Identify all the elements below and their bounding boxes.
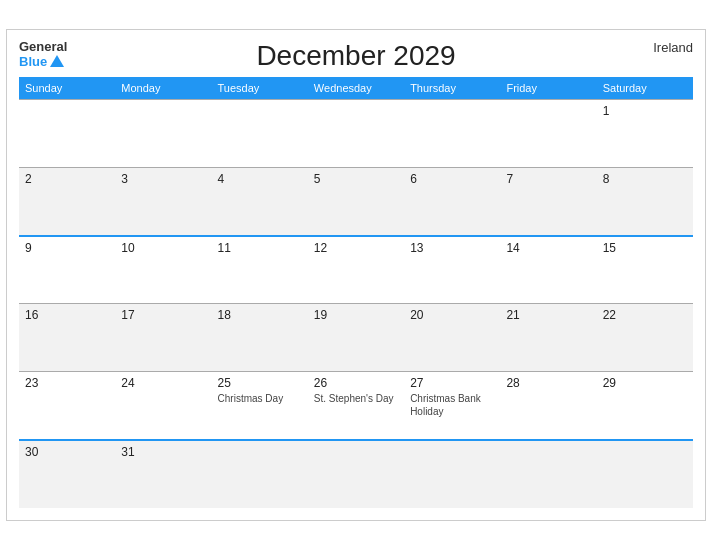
day-cell: 7 — [500, 168, 596, 236]
holiday-label: Christmas Bank Holiday — [410, 392, 494, 418]
day-number: 9 — [25, 241, 109, 255]
day-number: 30 — [25, 445, 109, 459]
day-number: 12 — [314, 241, 398, 255]
logo-triangle-icon — [50, 55, 64, 67]
day-cell: 21 — [500, 304, 596, 372]
day-number: 1 — [603, 104, 687, 118]
day-number: 2 — [25, 172, 109, 186]
day-number: 28 — [506, 376, 590, 390]
day-number: 20 — [410, 308, 494, 322]
holiday-label: Christmas Day — [218, 392, 302, 405]
holiday-label: St. Stephen's Day — [314, 392, 398, 405]
day-number: 23 — [25, 376, 109, 390]
day-number: 3 — [121, 172, 205, 186]
day-cell: 6 — [404, 168, 500, 236]
day-cell — [19, 100, 115, 168]
day-cell: 5 — [308, 168, 404, 236]
week-row-4: 232425Christmas Day26St. Stephen's Day27… — [19, 372, 693, 440]
day-number: 14 — [506, 241, 590, 255]
day-cell: 20 — [404, 304, 500, 372]
day-cell — [212, 100, 308, 168]
day-number: 27 — [410, 376, 494, 390]
day-cell: 23 — [19, 372, 115, 440]
day-cell — [500, 100, 596, 168]
week-row-3: 16171819202122 — [19, 304, 693, 372]
day-cell: 10 — [115, 236, 211, 304]
day-number: 5 — [314, 172, 398, 186]
col-friday: Friday — [500, 77, 596, 100]
logo-general-text: General — [19, 40, 67, 54]
day-number: 31 — [121, 445, 205, 459]
day-cell — [597, 440, 693, 508]
day-cell — [500, 440, 596, 508]
day-number: 16 — [25, 308, 109, 322]
col-wednesday: Wednesday — [308, 77, 404, 100]
logo-area: General Blue — [19, 40, 119, 69]
day-cell: 27Christmas Bank Holiday — [404, 372, 500, 440]
day-cell: 8 — [597, 168, 693, 236]
day-cell — [115, 100, 211, 168]
calendar-header: General Blue December 2029 Ireland — [19, 40, 693, 69]
day-cell: 22 — [597, 304, 693, 372]
day-number: 29 — [603, 376, 687, 390]
day-number: 24 — [121, 376, 205, 390]
day-cell: 15 — [597, 236, 693, 304]
day-cell — [404, 100, 500, 168]
day-cell: 30 — [19, 440, 115, 508]
day-cell: 18 — [212, 304, 308, 372]
day-cell: 26St. Stephen's Day — [308, 372, 404, 440]
col-saturday: Saturday — [597, 77, 693, 100]
day-cell: 29 — [597, 372, 693, 440]
calendar-container: General Blue December 2029 Ireland Sunda… — [6, 29, 706, 521]
calendar-title: December 2029 — [256, 40, 455, 72]
day-cell: 11 — [212, 236, 308, 304]
day-cell: 25Christmas Day — [212, 372, 308, 440]
country-label: Ireland — [613, 40, 693, 55]
week-row-2: 9101112131415 — [19, 236, 693, 304]
col-sunday: Sunday — [19, 77, 115, 100]
day-cell: 16 — [19, 304, 115, 372]
week-row-5: 3031 — [19, 440, 693, 508]
week-row-1: 2345678 — [19, 168, 693, 236]
day-number: 10 — [121, 241, 205, 255]
day-cell — [212, 440, 308, 508]
day-cell: 9 — [19, 236, 115, 304]
day-number: 8 — [603, 172, 687, 186]
day-number: 18 — [218, 308, 302, 322]
day-number: 21 — [506, 308, 590, 322]
day-number: 7 — [506, 172, 590, 186]
day-cell — [308, 440, 404, 508]
week-row-0: 1 — [19, 100, 693, 168]
day-number: 15 — [603, 241, 687, 255]
day-number: 4 — [218, 172, 302, 186]
day-number: 26 — [314, 376, 398, 390]
col-monday: Monday — [115, 77, 211, 100]
day-number: 17 — [121, 308, 205, 322]
day-number: 25 — [218, 376, 302, 390]
day-cell: 3 — [115, 168, 211, 236]
day-number: 11 — [218, 241, 302, 255]
day-cell: 17 — [115, 304, 211, 372]
day-cell: 14 — [500, 236, 596, 304]
day-cell — [404, 440, 500, 508]
day-cell: 12 — [308, 236, 404, 304]
day-cell: 24 — [115, 372, 211, 440]
logo-blue-text: Blue — [19, 54, 64, 69]
col-thursday: Thursday — [404, 77, 500, 100]
day-cell: 31 — [115, 440, 211, 508]
day-number: 13 — [410, 241, 494, 255]
day-cell: 28 — [500, 372, 596, 440]
day-cell: 1 — [597, 100, 693, 168]
day-number: 22 — [603, 308, 687, 322]
col-tuesday: Tuesday — [212, 77, 308, 100]
day-cell: 13 — [404, 236, 500, 304]
day-cell — [308, 100, 404, 168]
day-cell: 4 — [212, 168, 308, 236]
day-cell: 2 — [19, 168, 115, 236]
day-number: 6 — [410, 172, 494, 186]
day-cell: 19 — [308, 304, 404, 372]
day-number: 19 — [314, 308, 398, 322]
calendar-grid: Sunday Monday Tuesday Wednesday Thursday… — [19, 77, 693, 508]
weekday-header-row: Sunday Monday Tuesday Wednesday Thursday… — [19, 77, 693, 100]
